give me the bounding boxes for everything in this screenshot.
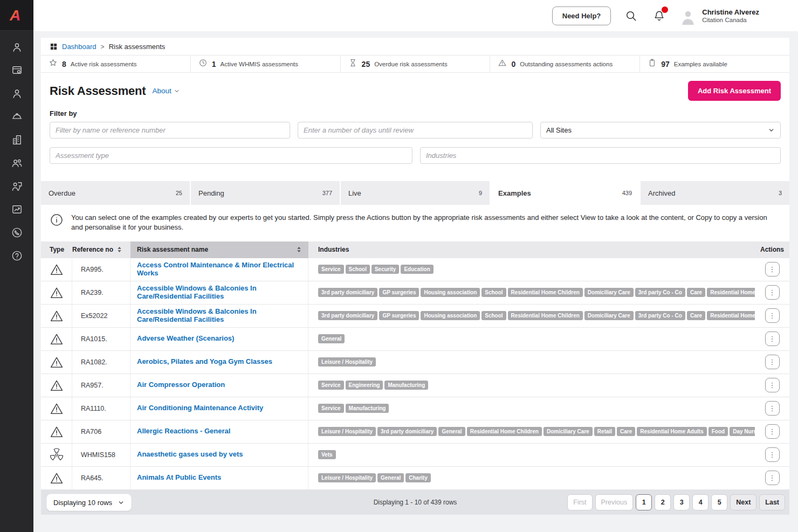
industries-cell: ServiceManufacturing	[308, 404, 755, 413]
column-header-name[interactable]: Risk assessment name	[130, 241, 308, 258]
industry-tag: Domiciliary Care	[544, 427, 593, 436]
add-risk-assessment-button[interactable]: Add Risk Assessment	[688, 81, 781, 101]
industry-tag: Care	[687, 311, 705, 320]
sidebar-item-help[interactable]	[6, 248, 27, 265]
training-icon	[11, 180, 23, 195]
about-dropdown[interactable]: About	[152, 87, 180, 95]
industry-tag: School	[481, 288, 506, 297]
row-actions-button[interactable]: ⋮	[765, 308, 780, 323]
tab-examples[interactable]: Examples439	[491, 181, 639, 205]
filter-days-input[interactable]	[298, 122, 533, 139]
tab-archived[interactable]: Archived3	[641, 181, 789, 205]
page-button-4[interactable]: 4	[692, 494, 708, 510]
industry-tag: Education	[401, 265, 433, 274]
row-count-summary: Displaying 1 - 10 of 439 rows	[374, 499, 457, 506]
tab-overdue[interactable]: Overdue25	[41, 181, 190, 205]
info-icon	[50, 213, 64, 227]
risk-assessment-link[interactable]: Access Control Maintenance & Minor Elect…	[137, 261, 301, 278]
column-header-name-label: Risk assessment name	[137, 246, 208, 253]
sidebar-item-reports[interactable]	[6, 202, 27, 219]
tab-count: 439	[622, 190, 632, 196]
user-org: Citation Canada	[702, 17, 759, 23]
industry-tag: Residential Home Children	[508, 311, 583, 320]
hourglass-icon	[348, 58, 357, 70]
sidebar-item-training[interactable]	[6, 178, 27, 196]
column-header-reference-label: Reference no	[72, 246, 113, 253]
table-row: RA239.Accessible Windows & Balconies In …	[41, 281, 789, 305]
row-actions-button[interactable]: ⋮	[765, 447, 780, 462]
row-actions-button[interactable]: ⋮	[765, 285, 780, 300]
page-button-3[interactable]: 3	[673, 494, 690, 510]
industries-input[interactable]	[420, 147, 781, 164]
row-actions-button[interactable]: ⋮	[765, 355, 780, 369]
table-row: RA957.Air Compressor OperationServiceEng…	[41, 374, 789, 397]
row-actions-button[interactable]: ⋮	[765, 378, 780, 392]
table-row: WHMIS158Anaesthetic gases used by vetsVe…	[41, 444, 789, 467]
industry-tag: 3rd party domiciliary	[318, 311, 377, 320]
row-actions-button[interactable]: ⋮	[765, 262, 780, 277]
sidebar-item-people[interactable]	[6, 86, 27, 103]
risk-assessment-link[interactable]: Accessible Windows & Balconies In Care/R…	[137, 308, 301, 324]
sidebar-item-safety[interactable]	[6, 109, 27, 126]
need-help-button[interactable]: Need Help?	[552, 6, 611, 25]
column-header-actions: Actions	[755, 241, 789, 258]
rows-per-page-value: Displaying 10 rows	[53, 499, 112, 507]
sort-icon	[116, 246, 122, 253]
row-actions-button[interactable]: ⋮	[765, 424, 780, 439]
page-button-2[interactable]: 2	[655, 494, 671, 510]
user-menu[interactable]: Christine Alverez Citation Canada	[679, 6, 759, 25]
page-button-last[interactable]: Last	[759, 494, 785, 510]
tab-label: Pending	[198, 189, 224, 197]
user-name: Christine Alverez	[702, 8, 759, 16]
row-actions-button[interactable]: ⋮	[765, 471, 780, 485]
tab-pending[interactable]: Pending377	[191, 181, 340, 205]
risk-assessment-link[interactable]: Anaesthetic gases used by vets	[137, 451, 243, 459]
rows-per-page-select[interactable]: Displaying 10 rows	[46, 494, 132, 511]
chevron-down-icon	[118, 499, 125, 506]
sites-select[interactable]: All Sites	[540, 122, 781, 139]
risk-assessment-link[interactable]: Accessible Windows & Balconies In Care/R…	[137, 285, 301, 301]
notifications-bell-icon[interactable]	[651, 8, 667, 24]
risk-assessment-link[interactable]: Air Conditioning Maintenance Activity	[137, 404, 263, 412]
industry-tag: Residential Home Adults	[707, 288, 755, 297]
row-actions-button[interactable]: ⋮	[765, 401, 780, 416]
sidebar-item-workspace[interactable]	[6, 63, 27, 80]
sidebar-item-contact[interactable]	[6, 225, 27, 242]
assessment-type-input[interactable]	[50, 147, 412, 164]
about-label: About	[152, 87, 171, 95]
risk-assessment-link[interactable]: Aerobics, Pilates and Yoga Gym Classes	[137, 358, 272, 366]
risk-assessment-link[interactable]: Adverse Weather (Scenarios)	[137, 335, 234, 343]
industry-tag: Vets	[318, 450, 336, 459]
row-actions-button[interactable]: ⋮	[765, 331, 780, 346]
risk-assessment-link[interactable]: Allergic Reactions - General	[137, 427, 230, 436]
search-icon[interactable]	[623, 8, 639, 24]
name-cell: Aerobics, Pilates and Yoga Gym Classes	[130, 351, 308, 374]
sidebar-item-profile[interactable]	[6, 39, 27, 57]
page-button-5[interactable]: 5	[711, 494, 727, 510]
actions-cell: ⋮	[755, 471, 789, 485]
sidebar-item-team[interactable]	[6, 155, 27, 172]
industries-cell: 3rd party domiciliaryGP surgeriesHousing…	[308, 311, 755, 320]
pagination: FirstPrevious12345NextLast	[567, 494, 785, 510]
industry-tag: Residential Home Children	[467, 427, 542, 436]
warning-triangle-icon	[41, 374, 72, 397]
stat-star: 8Active risk assessments	[41, 56, 191, 72]
stat-label: Examples available	[674, 61, 727, 67]
stat-value: 97	[661, 60, 670, 68]
page-button-next[interactable]: Next	[730, 494, 756, 510]
table-row: RA1110.Air Conditioning Maintenance Acti…	[41, 397, 789, 420]
app-logo[interactable]: A	[0, 0, 33, 31]
tab-live[interactable]: Live9	[341, 181, 490, 205]
column-header-reference[interactable]: Reference no	[72, 241, 130, 258]
reference-cell: RA706	[72, 420, 130, 443]
column-header-industries: Industries	[308, 241, 755, 258]
industry-tag: GP surgeries	[379, 311, 419, 320]
sidebar-item-organisation[interactable]	[6, 132, 27, 149]
risk-assessment-link[interactable]: Animals At Public Events	[137, 474, 221, 482]
page-button-1[interactable]: 1	[636, 494, 652, 510]
breadcrumb-dashboard-link[interactable]: Dashboard	[62, 43, 97, 51]
risk-assessment-link[interactable]: Air Compressor Operation	[137, 381, 225, 389]
industry-tag: Manufacturing	[384, 381, 428, 390]
industries-cell: ServiceSchoolSecurityEducation	[308, 265, 755, 274]
filter-name-input[interactable]	[50, 122, 290, 139]
